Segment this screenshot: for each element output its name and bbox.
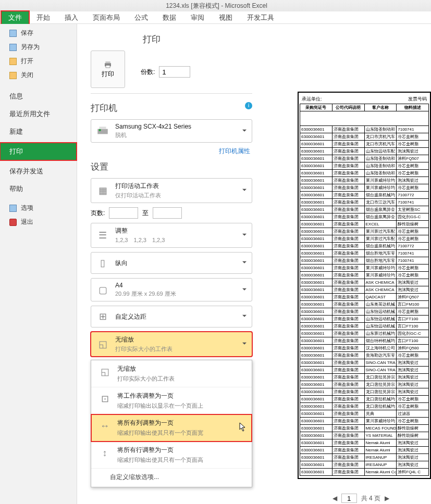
doc-title: 1234.xls [兼容模式] - Microsoft Excel	[2, 2, 431, 10]
scaling-icon: ◱	[95, 337, 110, 351]
pager-prev-icon[interactable]: ◀	[333, 495, 337, 502]
side-close[interactable]: 关闭	[0, 68, 77, 82]
side-print[interactable]: 打印	[0, 143, 77, 160]
title-bar: 1234.xls [兼容模式] - Microsoft Excel	[0, 0, 431, 11]
printer-properties-link[interactable]: 打印机属性	[91, 147, 250, 156]
side-send[interactable]: 保存并发送	[0, 162, 77, 180]
svg-rect-4	[100, 127, 106, 129]
print-preview: 承运单位: 发票号码 采购凭证号公司代码说明客户名称物料描述 630003660…	[298, 92, 431, 479]
preview-table: 采购凭证号公司代码说明客户名称物料描述 6300036601济南盈泉集团山东陆圣…	[300, 104, 429, 476]
printer-name: Samsung SCX-4x21 Series	[115, 123, 191, 130]
sheet-icon: ▦	[95, 183, 110, 198]
margins-dropdown[interactable]: ⊞ 自定义边距	[91, 306, 252, 327]
close-icon	[9, 72, 17, 79]
pager-total: 共 4 页	[361, 494, 380, 503]
page-range: 页数: 至	[91, 207, 252, 219]
scaling-option-fit-cols[interactable]: ↔ 将所有列调整为一页 缩减打印输出使其只有一个页面宽	[91, 414, 252, 442]
scaling-option-none[interactable]: ◱ 无缩放 打印实际大小的工作表	[91, 360, 252, 387]
saveas-icon	[9, 44, 17, 51]
open-icon	[9, 58, 17, 65]
tab-home[interactable]: 开始	[29, 11, 57, 24]
tab-dev[interactable]: 开发工具	[240, 11, 281, 24]
pager-page-input[interactable]	[341, 494, 357, 503]
tab-file[interactable]: 文件	[1, 11, 29, 24]
printer-icon	[104, 60, 112, 69]
printer-dropdown[interactable]: Samsung SCX-4x21 Series 脱机	[91, 119, 252, 143]
fit-rows-icon: ↕	[97, 446, 112, 460]
print-what-dropdown[interactable]: ▦ 打印活动工作表 仅打印活动工作表	[91, 178, 252, 203]
scaling-popup: ◱ 无缩放 打印实际大小的工作表 ⊡ 将工作表调整为一页 缩减打印输出以显示在一…	[91, 360, 252, 487]
fit-sheet-icon: ⊡	[97, 392, 112, 406]
tab-review[interactable]: 审阅	[183, 11, 212, 24]
print-heading: 打印	[143, 33, 190, 45]
copies-input[interactable]	[159, 66, 190, 78]
pager-next-icon[interactable]: ▶	[385, 495, 389, 502]
side-exit[interactable]: 退出	[0, 215, 77, 229]
collate-dropdown[interactable]: ☰ 调整 1,2,3 1,2,3 1,2,3	[91, 223, 252, 248]
scaling-dropdown[interactable]: ◱ 无缩放 打印实际大小的工作表	[91, 332, 252, 357]
fit-cols-icon: ↔	[97, 419, 112, 433]
pv-unit-label: 承运单位:	[302, 96, 322, 103]
pages-label: 页数:	[91, 209, 105, 218]
page-to-input[interactable]	[153, 207, 182, 219]
cursor-icon	[239, 422, 247, 433]
collate-icon: ☰	[95, 228, 110, 243]
side-help[interactable]: 帮助	[0, 180, 77, 198]
printer-heading: 打印机	[91, 102, 117, 114]
side-new[interactable]: 新建	[0, 123, 77, 141]
svg-rect-0	[105, 61, 110, 63]
margins-icon: ⊞	[95, 309, 110, 324]
info-icon[interactable]: i	[245, 102, 252, 109]
backstage-sidemenu: 保存 另存为 打开 关闭 信息 最近所用文件 新建 打印 保存并发送 帮助 选项…	[0, 24, 77, 504]
tab-insert[interactable]: 插入	[57, 11, 85, 24]
pages-to: 至	[142, 209, 149, 218]
ribbon: 文件 开始 插入 页面布局 公式 数据 审阅 视图 开发工具	[0, 11, 431, 24]
side-save[interactable]: 保存	[0, 26, 77, 40]
paper-dropdown[interactable]: ▢ A4 20.99 厘米 x 29.69 厘米	[91, 278, 252, 301]
portrait-icon: ▯	[95, 256, 110, 270]
printer-device-icon	[95, 124, 110, 138]
orientation-dropdown[interactable]: ▯ 纵向	[91, 252, 252, 274]
save-icon	[9, 30, 17, 37]
pv-invoice-label: 发票号码	[408, 96, 427, 103]
page-from-input[interactable]	[109, 207, 138, 219]
scaling-option-fit-sheet[interactable]: ⊡ 将工作表调整为一页 缩减打印输出以显示在一个页面上	[91, 387, 252, 414]
side-open[interactable]: 打开	[0, 54, 77, 68]
svg-point-5	[98, 129, 101, 131]
tab-data[interactable]: 数据	[155, 11, 183, 24]
no-scaling-icon: ◱	[97, 364, 112, 379]
scaling-custom[interactable]: 自定义缩放选项...	[91, 469, 252, 487]
side-options[interactable]: 选项	[0, 201, 77, 215]
tab-layout[interactable]: 页面布局	[85, 11, 127, 24]
exit-icon	[9, 219, 17, 226]
copies-label: 份数:	[141, 68, 155, 77]
print-button[interactable]: 打印	[91, 51, 125, 88]
page-icon: ▢	[95, 283, 110, 297]
side-info[interactable]: 信息	[0, 87, 77, 105]
tab-formula[interactable]: 公式	[127, 11, 155, 24]
svg-rect-2	[106, 65, 110, 68]
side-recent[interactable]: 最近所用文件	[0, 105, 77, 123]
tab-view[interactable]: 视图	[212, 11, 240, 24]
scaling-option-fit-rows[interactable]: ↕ 将所有行调整为一页 缩减打印输出使其只有一个页面高	[91, 442, 252, 469]
printer-status: 脱机	[115, 131, 191, 139]
settings-heading: 设置	[91, 161, 252, 173]
pager: ◀ 共 4 页 ▶	[333, 494, 389, 503]
options-icon	[9, 205, 17, 212]
side-saveas[interactable]: 另存为	[0, 40, 77, 54]
